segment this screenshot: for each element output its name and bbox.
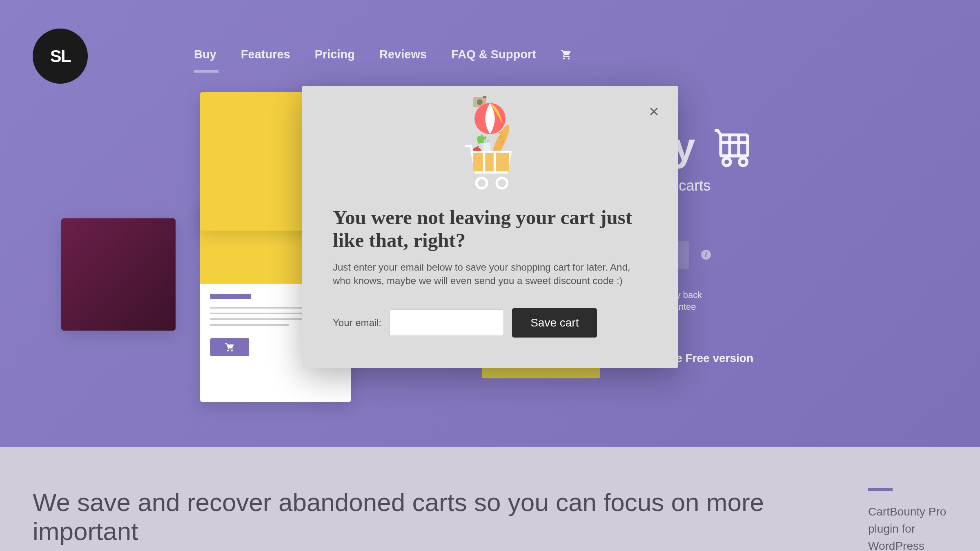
svg-marker-16 [483,139,491,142]
svg-point-7 [477,99,483,105]
close-button[interactable]: ✕ [648,104,659,120]
modal-form: Your email: Save cart [333,308,647,338]
modal-overlay: ✕ [0,0,980,551]
modal-description: Just enter your email below to save your… [333,260,647,288]
cart-illustration [445,96,535,194]
save-cart-button[interactable]: Save cart [512,308,597,338]
close-icon: ✕ [648,104,659,119]
email-input[interactable] [390,309,504,336]
email-label: Your email: [333,317,381,329]
exit-intent-modal: ✕ [302,86,678,368]
svg-point-21 [497,178,507,189]
svg-point-20 [477,178,487,189]
svg-rect-8 [483,96,486,98]
modal-title: You were not leaving your cart just like… [333,206,647,252]
svg-rect-22 [473,153,509,171]
